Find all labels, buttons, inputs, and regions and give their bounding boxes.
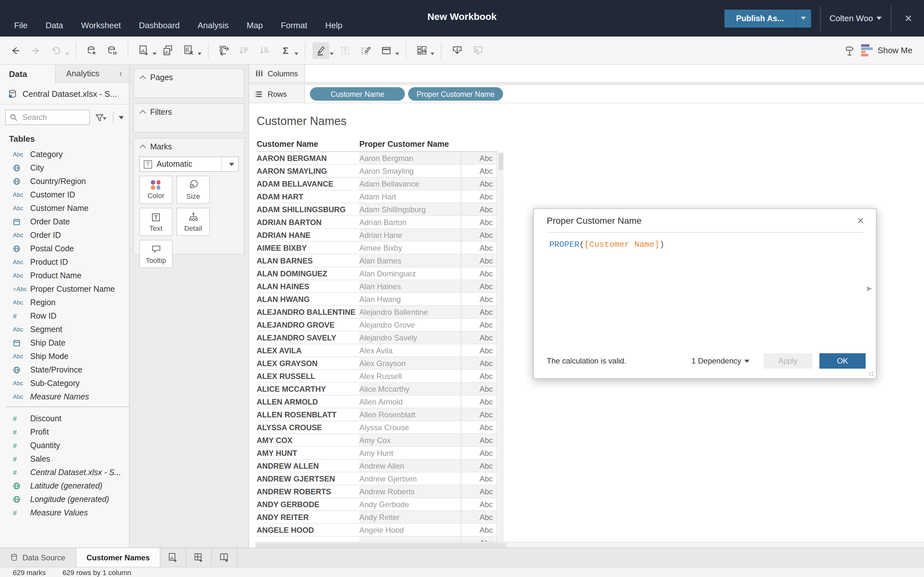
proper-customer-name-cell[interactable]: Alyssa Crouse [359, 421, 461, 434]
field-item[interactable]: Abc Region [0, 295, 129, 309]
abc-placeholder-cell[interactable]: Abc [461, 472, 497, 485]
abc-placeholder-cell[interactable]: Abc [461, 383, 497, 395]
caret-down-icon[interactable] [431, 52, 435, 55]
resize-grip[interactable] [869, 371, 874, 376]
abc-placeholder-cell[interactable]: Abc [461, 421, 497, 434]
table-row[interactable]: ALEX RUSSELL Alex Russell Abc [257, 370, 497, 383]
customer-name-cell[interactable]: ALEX AVILA [257, 344, 359, 356]
table-row[interactable]: ALYSSA CROUSE Alyssa Crouse Abc [257, 421, 497, 434]
size-button[interactable]: Size [176, 176, 210, 204]
abc-placeholder-cell[interactable]: Abc [461, 498, 497, 510]
customer-name-cell[interactable]: ANDREW ROBERTS [257, 485, 359, 498]
proper-customer-name-cell[interactable]: Aaron Smayling [359, 165, 461, 177]
show-me-icon[interactable] [861, 45, 873, 56]
proper-customer-name-cell[interactable]: Andrew Allen [359, 460, 461, 472]
abc-placeholder-cell[interactable]: Abc [461, 447, 497, 459]
proper-customer-name-cell[interactable]: Andy Gerbode [359, 498, 461, 510]
field-item[interactable]: Abc Customer ID [0, 188, 129, 201]
customer-name-cell[interactable]: ALEX RUSSELL [257, 370, 359, 382]
sort-descending-button[interactable] [257, 42, 273, 59]
abc-placeholder-cell[interactable]: Abc [461, 370, 497, 382]
abc-placeholder-cell[interactable]: Abc [461, 255, 497, 267]
tab-customer-names-sheet[interactable]: Customer Names [76, 548, 160, 567]
customer-name-cell[interactable]: ALEJANDRO GROVE [257, 319, 359, 331]
columns-shelf[interactable]: Columns [249, 65, 924, 83]
tab-analytics[interactable]: Analytics [55, 65, 112, 83]
table-row[interactable]: ALEX GRAYSON Alex Grayson Abc [257, 357, 497, 370]
horizontal-scrollbar[interactable] [255, 542, 924, 548]
customer-name-cell[interactable]: ADRIAN HANE [257, 229, 359, 241]
table-row[interactable]: AMY COX Amy Cox Abc [257, 434, 497, 447]
highlight-button[interactable] [312, 42, 329, 59]
abc-placeholder-cell[interactable]: Abc [461, 190, 497, 203]
proper-customer-name-cell[interactable]: Allen Armold [359, 396, 461, 408]
proper-customer-name-cell[interactable]: Amy Cox [359, 434, 461, 446]
text-button[interactable]: Text [139, 208, 173, 236]
field-item[interactable]: Latitude (generated) [0, 479, 129, 492]
abc-placeholder-cell[interactable]: Abc [461, 280, 497, 292]
table-row[interactable]: ALAN DOMINGUEZ Alan Dominguez Abc [257, 268, 497, 280]
apply-button[interactable]: Apply [764, 353, 813, 369]
proper-customer-name-cell[interactable]: Adrian Hane [359, 229, 461, 241]
redo-button[interactable] [27, 42, 44, 59]
customer-name-cell[interactable]: ALEJANDRO SAVELY [257, 332, 359, 343]
proper-customer-name-cell[interactable]: Aaron Bergman [359, 152, 461, 164]
field-item[interactable]: Longitude (generated) [0, 492, 129, 506]
field-item[interactable]: # Central Dataset.xlsx - S... [0, 466, 129, 479]
new-worksheet-tab-button[interactable] [161, 548, 186, 567]
caret-down-icon[interactable] [330, 52, 334, 55]
data-source-item[interactable]: Central Dataset.xlsx - S... [0, 83, 129, 105]
proper-customer-name-cell[interactable]: Adrian Barton [359, 216, 461, 228]
proper-customer-name-cell[interactable]: Alan Haines [359, 280, 461, 292]
sheet-title[interactable]: Customer Names [257, 115, 347, 128]
marks-card[interactable]: Marks T Automatic Color Size [134, 138, 244, 255]
field-item[interactable]: Abc Product Name [0, 269, 129, 282]
abc-placeholder-cell[interactable]: Abc [461, 396, 497, 408]
table-row[interactable]: ADAM BELLAVANCE Adam Bellavance Abc [257, 177, 497, 190]
table-row[interactable]: ANGELE HOOD Angele Hood Abc [257, 524, 497, 537]
customer-name-cell[interactable]: ADAM HART [257, 190, 359, 203]
field-item[interactable]: Ship Date [0, 336, 129, 350]
table-row[interactable]: AARON SMAYLING Aaron Smayling Abc [257, 165, 497, 177]
new-worksheet-button[interactable] [136, 42, 152, 59]
vertical-scrollbar[interactable] [498, 152, 504, 548]
table-row[interactable]: ANDREW ROBERTS Andrew Roberts Abc [257, 485, 497, 498]
field-item[interactable]: City [0, 161, 129, 174]
field-item[interactable]: Abc Segment [0, 322, 129, 336]
caret-down-icon[interactable] [395, 52, 399, 55]
filters-card[interactable]: Filters [134, 103, 244, 133]
customer-name-cell[interactable]: ALICE MCCARTHY [257, 383, 359, 395]
table-row[interactable]: ALAN HAINES Alan Haines Abc [257, 280, 497, 293]
proper-customer-name-cell[interactable]: Aimee Bixby [359, 242, 461, 254]
customer-name-cell[interactable]: ANDY REITER [257, 511, 359, 523]
field-item[interactable]: # Measure Values [0, 506, 129, 519]
table-row[interactable]: ADRIAN HANE Adrian Hane Abc [257, 229, 497, 242]
field-pill[interactable]: Customer Name [310, 87, 405, 101]
table-row[interactable]: ANDREW GJERTSEN Andrew Gjertsen Abc [257, 472, 497, 485]
table-row[interactable]: ALICE MCCARTHY Alice Mccarthy Abc [257, 383, 497, 396]
pane-options-button[interactable] [119, 116, 124, 119]
formula-editor[interactable]: PROPER([Customer Name]) [534, 233, 876, 250]
abc-placeholder-cell[interactable]: Abc [461, 203, 497, 215]
field-item[interactable]: # Sales [0, 452, 129, 466]
sort-ascending-button[interactable] [236, 42, 253, 59]
table-row[interactable]: ALEJANDRO SAVELY Alejandro Savely Abc [257, 332, 497, 344]
proper-customer-name-cell[interactable]: Alejandro Grove [359, 319, 461, 331]
replay-button[interactable] [48, 42, 65, 59]
table-row[interactable]: Abc [257, 537, 497, 542]
customer-name-cell[interactable] [257, 537, 359, 542]
presentation-mode-button[interactable] [469, 42, 486, 59]
undo-button[interactable] [7, 42, 24, 59]
caret-down-icon[interactable] [294, 52, 298, 55]
collapse-chevron-icon[interactable] [140, 75, 146, 82]
table-row[interactable]: ADAM SHILLINGSBURG Adam Shillingsburg Ab… [257, 203, 497, 216]
table-row[interactable]: ALEX AVILA Alex Avila Abc [257, 344, 497, 357]
columns-shelf-area[interactable] [305, 65, 924, 82]
proper-customer-name-cell[interactable]: Alan Dominguez [359, 268, 461, 279]
table-row[interactable]: ADAM HART Adam Hart Abc [257, 190, 497, 203]
proper-customer-name-cell[interactable]: Amy Hunt [359, 447, 461, 459]
abc-placeholder-cell[interactable]: Abc [461, 408, 497, 421]
proper-customer-name-cell[interactable]: Alex Avila [359, 344, 461, 356]
proper-customer-name-cell[interactable]: Angele Hood [359, 524, 461, 536]
table-row[interactable]: AMY HUNT Amy Hunt Abc [257, 447, 497, 460]
